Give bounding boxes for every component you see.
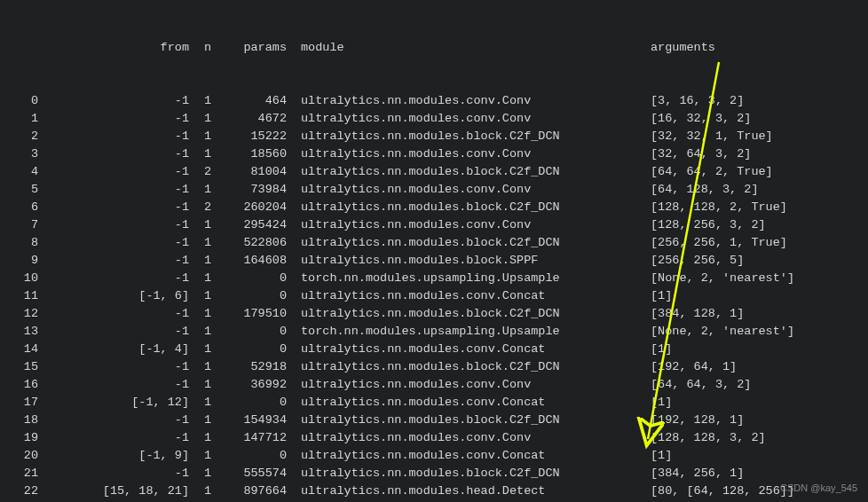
cell-idx: 6 <box>7 199 38 216</box>
cell-args: [192, 128, 1] <box>651 412 861 429</box>
cell-args: [1] <box>651 447 861 465</box>
cell-from: -1 <box>38 92 189 110</box>
watermark: CSDN @kay_545 <box>780 479 857 497</box>
cell-from: -1 <box>38 376 189 394</box>
table-row: 0-11464ultralytics.nn.modules.conv.Conv[… <box>7 92 861 110</box>
cell-params: 0 <box>211 341 287 358</box>
cell-params: 0 <box>211 270 287 287</box>
cell-idx: 16 <box>7 376 38 394</box>
table-row: 5-1173984ultralytics.nn.modules.conv.Con… <box>7 181 861 199</box>
cell-module: ultralytics.nn.modules.conv.Concat <box>287 287 651 305</box>
cell-from: -1 <box>38 305 189 323</box>
cell-n: 1 <box>189 270 211 287</box>
cell-n: 1 <box>189 216 211 234</box>
cell-idx: 3 <box>7 145 38 163</box>
table-row: 2-1115222ultralytics.nn.modules.block.C2… <box>7 128 861 145</box>
cell-idx: 0 <box>7 92 38 110</box>
cell-args: [128, 256, 3, 2] <box>651 216 861 234</box>
cell-from: -1 <box>38 163 189 181</box>
cell-n: 1 <box>189 287 211 305</box>
cell-from: -1 <box>38 234 189 252</box>
table-row: 1-114672ultralytics.nn.modules.conv.Conv… <box>7 110 861 128</box>
cell-from: [-1, 9] <box>38 447 189 465</box>
cell-from: -1 <box>38 199 189 216</box>
cell-idx: 18 <box>7 412 38 429</box>
cell-args: [64, 128, 3, 2] <box>651 181 861 199</box>
cell-module: ultralytics.nn.modules.block.C2f_DCN <box>287 465 651 482</box>
cell-n: 1 <box>189 128 211 145</box>
cell-from: [-1, 6] <box>38 287 189 305</box>
table-row: 12-11179510ultralytics.nn.modules.block.… <box>7 305 861 323</box>
cell-module: torch.nn.modules.upsampling.Upsample <box>287 323 651 341</box>
cell-idx: 12 <box>7 305 38 323</box>
cell-args: [None, 2, 'nearest'] <box>651 270 861 287</box>
cell-module: ultralytics.nn.modules.block.C2f_DCN <box>287 163 651 181</box>
table-row: 10-110torch.nn.modules.upsampling.Upsamp… <box>7 270 861 287</box>
cell-args: [32, 64, 3, 2] <box>651 145 861 163</box>
cell-from: -1 <box>38 270 189 287</box>
cell-idx: 2 <box>7 128 38 145</box>
header-params: params <box>211 39 287 57</box>
table-body: 0-11464ultralytics.nn.modules.conv.Conv[… <box>7 92 861 500</box>
table-row: 19-11147712ultralytics.nn.modules.conv.C… <box>7 429 861 447</box>
cell-module: ultralytics.nn.modules.conv.Conv <box>287 216 651 234</box>
cell-params: 4672 <box>211 110 287 128</box>
cell-args: [3, 16, 3, 2] <box>651 92 861 110</box>
table-row: 22[15, 18, 21]1897664ultralytics.nn.modu… <box>7 482 861 500</box>
table-row: 14[-1, 4]10ultralytics.nn.modules.conv.C… <box>7 341 861 358</box>
cell-from: -1 <box>38 323 189 341</box>
cell-args: [256, 256, 1, True] <box>651 234 861 252</box>
table-header-row: from n params module arguments <box>7 39 861 57</box>
cell-module: torch.nn.modules.upsampling.Upsample <box>287 270 651 287</box>
cell-args: [64, 64, 3, 2] <box>651 376 861 394</box>
header-arguments: arguments <box>651 39 861 57</box>
cell-idx: 22 <box>7 482 38 500</box>
cell-params: 36992 <box>211 376 287 394</box>
cell-from: -1 <box>38 216 189 234</box>
cell-params: 15222 <box>211 128 287 145</box>
cell-args: [1] <box>651 394 861 412</box>
cell-n: 2 <box>189 199 211 216</box>
cell-from: -1 <box>38 110 189 128</box>
cell-module: ultralytics.nn.modules.conv.Conv <box>287 376 651 394</box>
cell-module: ultralytics.nn.modules.conv.Conv <box>287 429 651 447</box>
table-row: 3-1118560ultralytics.nn.modules.conv.Con… <box>7 145 861 163</box>
cell-args: [384, 128, 1] <box>651 305 861 323</box>
cell-params: 0 <box>211 323 287 341</box>
cell-params: 464 <box>211 92 287 110</box>
cell-module: ultralytics.nn.modules.block.C2f_DCN <box>287 305 651 323</box>
table-row: 15-1152918ultralytics.nn.modules.block.C… <box>7 358 861 376</box>
cell-idx: 20 <box>7 447 38 465</box>
cell-from: [15, 18, 21] <box>38 482 189 500</box>
cell-module: ultralytics.nn.modules.block.C2f_DCN <box>287 234 651 252</box>
table-row: 4-1281004ultralytics.nn.modules.block.C2… <box>7 163 861 181</box>
cell-n: 1 <box>189 465 211 482</box>
cell-params: 147712 <box>211 429 287 447</box>
cell-module: ultralytics.nn.modules.conv.Concat <box>287 447 651 465</box>
cell-args: [16, 32, 3, 2] <box>651 110 861 128</box>
cell-idx: 11 <box>7 287 38 305</box>
cell-n: 1 <box>189 447 211 465</box>
cell-args: [1] <box>651 287 861 305</box>
cell-from: -1 <box>38 145 189 163</box>
cell-module: ultralytics.nn.modules.block.C2f_DCN <box>287 128 651 145</box>
cell-args: [192, 64, 1] <box>651 358 861 376</box>
cell-module: ultralytics.nn.modules.conv.Conv <box>287 110 651 128</box>
cell-params: 52918 <box>211 358 287 376</box>
cell-from: -1 <box>38 358 189 376</box>
cell-from: -1 <box>38 465 189 482</box>
cell-params: 73984 <box>211 181 287 199</box>
cell-args: [1] <box>651 341 861 358</box>
header-from: from <box>38 39 189 57</box>
cell-params: 260204 <box>211 199 287 216</box>
cell-n: 1 <box>189 323 211 341</box>
cell-n: 1 <box>189 181 211 199</box>
table-row: 9-11164608ultralytics.nn.modules.block.S… <box>7 252 861 270</box>
cell-args: [64, 64, 2, True] <box>651 163 861 181</box>
cell-idx: 1 <box>7 110 38 128</box>
cell-n: 2 <box>189 163 211 181</box>
cell-params: 555574 <box>211 465 287 482</box>
cell-from: -1 <box>38 181 189 199</box>
cell-module: ultralytics.nn.modules.block.SPPF <box>287 252 651 270</box>
cell-n: 1 <box>189 412 211 429</box>
